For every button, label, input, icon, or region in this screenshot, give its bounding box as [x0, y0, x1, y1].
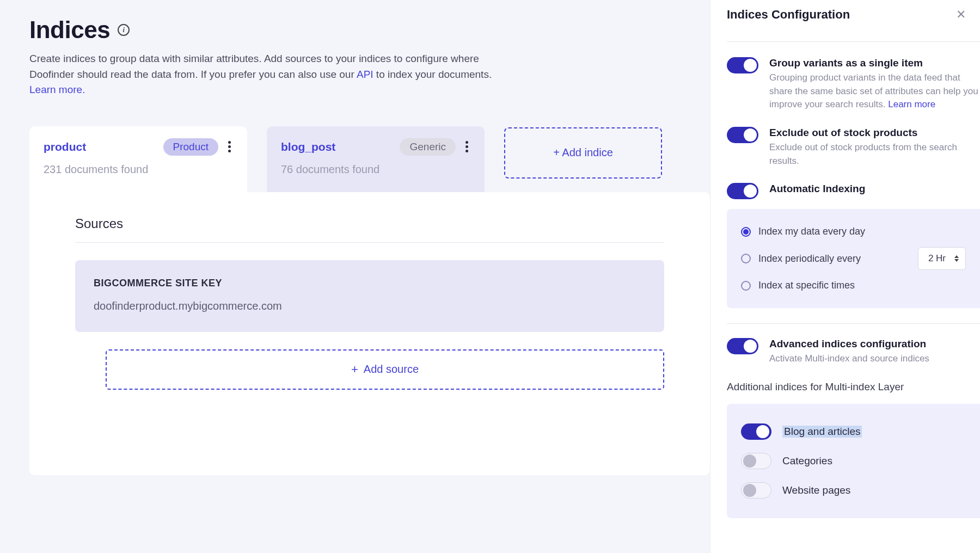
tab-doc-count: 76 documents found	[281, 163, 470, 176]
toggle-website-pages[interactable]	[741, 482, 771, 499]
api-link[interactable]: API	[357, 69, 373, 80]
source-box: BIGCOMMERCE SITE KEY doofinderproduct.my…	[75, 260, 664, 332]
tab-badge: Generic	[400, 138, 456, 156]
config-label: Advanced indices configuration	[769, 338, 980, 350]
kebab-icon[interactable]	[226, 139, 233, 155]
sidebar-config: Indices Configuration ✕ Group variants a…	[710, 0, 980, 553]
sources-title: Sources	[75, 216, 664, 243]
close-icon[interactable]: ✕	[956, 8, 966, 22]
radio-label: Index periodically every	[758, 253, 861, 265]
sidebar-title: Indices Configuration	[727, 8, 850, 22]
toggle-group-variants[interactable]	[727, 57, 758, 73]
page-header: Indices i	[29, 16, 710, 44]
source-label: BIGCOMMERCE SITE KEY	[94, 278, 646, 289]
add-indice-button[interactable]: + Add indice	[504, 127, 662, 179]
tab-name: product	[44, 140, 86, 153]
period-value: 2 Hr	[928, 253, 946, 263]
mi-row-blog: Blog and articles	[741, 417, 966, 446]
tab-badge: Product	[163, 138, 218, 156]
toggle-auto-indexing[interactable]	[727, 183, 758, 199]
tab-blog-post[interactable]: blog_post Generic 76 documents found	[267, 126, 485, 192]
mi-label: Blog and articles	[782, 426, 862, 438]
config-group-variants: Group variants as a single item Grouping…	[727, 57, 980, 127]
add-indice-label: + Add indice	[553, 146, 613, 159]
tab-top: product Product	[44, 138, 233, 156]
period-select[interactable]: 2 Hr	[918, 247, 966, 270]
tab-top: blog_post Generic	[281, 138, 470, 156]
info-icon[interactable]: i	[118, 24, 130, 36]
radio-icon[interactable]	[741, 281, 751, 291]
config-text: Advanced indices configuration Activate …	[769, 338, 980, 366]
add-source-label: Add source	[364, 363, 419, 376]
radio-label: Index at specific times	[758, 280, 855, 291]
radio-label: Index my data every day	[758, 226, 865, 237]
multi-index-heading: Additional indices for Multi-index Layer	[727, 381, 980, 393]
config-auto-indexing: Automatic Indexing	[727, 183, 980, 209]
indexing-options: Index my data every day Index periodical…	[727, 209, 980, 308]
radio-daily[interactable]: Index my data every day	[741, 221, 966, 242]
config-desc-text: Grouping product variants in the data fe…	[769, 72, 978, 109]
page-title: Indices	[29, 16, 110, 44]
tab-product[interactable]: product Product 231 documents found	[29, 126, 247, 192]
config-desc: Activate Multi-index and source indices	[769, 352, 980, 366]
config-text: Automatic Indexing	[769, 183, 980, 199]
radio-periodic[interactable]: Index periodically every 2 Hr	[741, 242, 966, 275]
tab-doc-count: 231 documents found	[44, 163, 233, 176]
tab-right: Generic	[400, 138, 470, 156]
config-text: Group variants as a single item Grouping…	[769, 57, 980, 112]
radio-icon[interactable]	[741, 254, 751, 263]
mi-label: Website pages	[782, 484, 850, 496]
mi-row-categories: Categories	[741, 446, 966, 476]
config-advanced: Advanced indices configuration Activate …	[727, 338, 980, 381]
mi-row-website-pages: Website pages	[741, 476, 966, 505]
plus-icon: +	[351, 362, 358, 377]
config-exclude-oos: Exclude out of stock products Exclude ou…	[727, 127, 980, 183]
chevron-updown-icon	[954, 255, 959, 262]
learn-more-link[interactable]: Learn more.	[29, 84, 85, 95]
content-panel: Sources BIGCOMMERCE SITE KEY doofinderpr…	[29, 192, 710, 475]
config-desc: Grouping product variants in the data fe…	[769, 71, 980, 112]
main-content: Indices i Create indices to group data w…	[0, 0, 710, 553]
toggle-advanced[interactable]	[727, 338, 758, 354]
mi-label: Categories	[782, 455, 832, 467]
learn-more-link[interactable]: Learn more	[888, 99, 935, 109]
desc-text-post: to index your documents.	[373, 69, 492, 80]
source-value: doofinderproduct.mybigcommerce.com	[94, 300, 646, 312]
config-label: Exclude out of stock products	[769, 127, 980, 139]
add-source-button[interactable]: + Add source	[106, 349, 664, 390]
page-description: Create indices to group data with simila…	[29, 51, 503, 98]
sidebar-header: Indices Configuration ✕	[727, 8, 980, 42]
config-desc: Exclude out of stock products from the s…	[769, 141, 980, 168]
config-label: Group variants as a single item	[769, 57, 980, 69]
radio-specific[interactable]: Index at specific times	[741, 275, 966, 296]
config-label: Automatic Indexing	[769, 183, 980, 195]
tab-right: Product	[163, 138, 233, 156]
divider	[727, 323, 980, 324]
toggle-exclude-oos[interactable]	[727, 127, 758, 143]
tab-name: blog_post	[281, 140, 335, 153]
config-text: Exclude out of stock products Exclude ou…	[769, 127, 980, 168]
tabs-row: product Product 231 documents found blog…	[29, 126, 710, 192]
kebab-icon[interactable]	[463, 139, 470, 155]
toggle-blog-articles[interactable]	[741, 423, 771, 440]
radio-icon[interactable]	[741, 227, 751, 237]
multi-index-box: Blog and articles Categories Website pag…	[727, 404, 980, 518]
toggle-categories[interactable]	[741, 453, 771, 469]
